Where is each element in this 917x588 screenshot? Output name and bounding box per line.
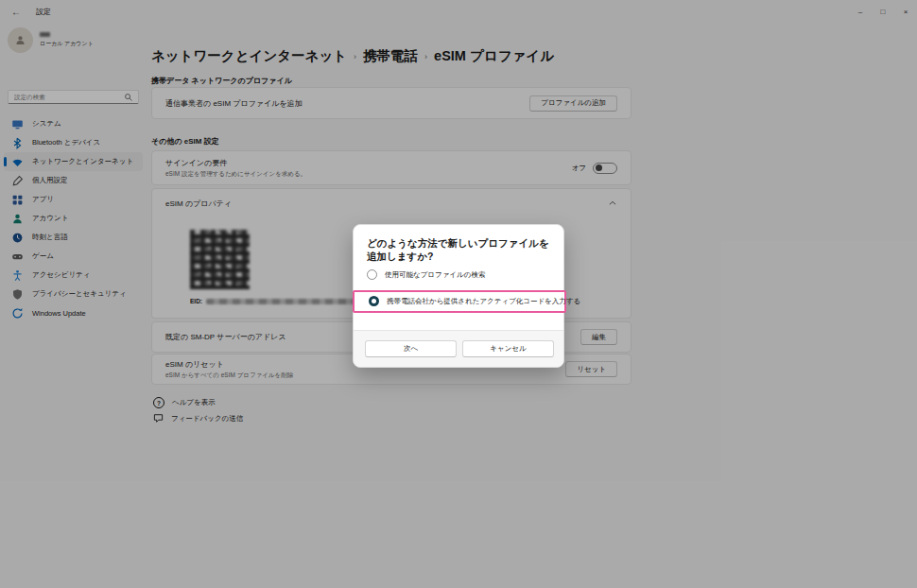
option-label: 携帯電話会社から提供されたアクティブ化コードを入力する <box>387 297 580 306</box>
option-label: 使用可能なプロファイルの検索 <box>385 270 485 280</box>
dialog-footer: 次へ キャンセル <box>354 330 563 367</box>
option-search-profiles[interactable]: 使用可能なプロファイルの検索 <box>367 269 550 280</box>
next-button[interactable]: 次へ <box>365 340 457 357</box>
option-activation-code[interactable]: 携帯電話会社から提供されたアクティブ化コードを入力する <box>369 296 551 306</box>
radio-unselected-icon[interactable] <box>367 269 377 280</box>
settings-window: ← 設定 – □ × ローカル アカウント <box>0 0 917 588</box>
cancel-button[interactable]: キャンセル <box>462 340 554 357</box>
add-profile-dialog: どのような方法で新しいプロファイルを追加しますか? 使用可能なプロファイルの検索… <box>353 224 564 368</box>
dialog-title: どのような方法で新しいプロファイルを追加しますか? <box>367 237 550 263</box>
annotation-highlight-box: 携帯電話会社から提供されたアクティブ化コードを入力する <box>353 290 566 313</box>
radio-selected-icon[interactable] <box>369 296 379 306</box>
